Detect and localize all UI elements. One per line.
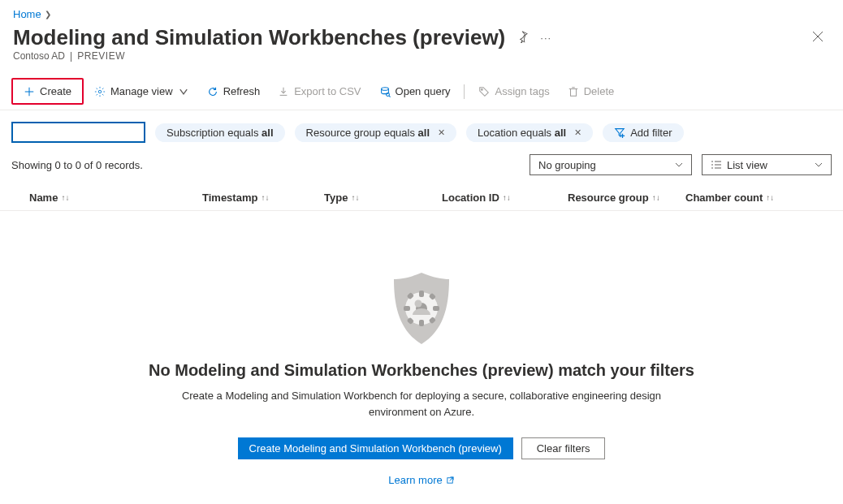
toolbar-divider	[464, 84, 465, 99]
filter-rg-value: all	[418, 127, 430, 139]
svg-rect-26	[419, 320, 424, 326]
controls-row: Showing 0 to 0 of 0 records. No grouping…	[0, 151, 843, 185]
filter-location[interactable]: Location equals all ✕	[466, 123, 593, 142]
manage-view-button[interactable]: Manage view	[87, 81, 197, 101]
delete-button: Delete	[560, 81, 622, 101]
breadcrumb: Home ❯	[0, 0, 843, 24]
col-name[interactable]: Name↑↓	[11, 192, 202, 204]
close-icon[interactable]: ✕	[574, 127, 581, 138]
assign-tags-button: Assign tags	[471, 81, 556, 101]
sort-icon: ↑↓	[766, 193, 774, 202]
subheader: Contoso AD | PREVIEW	[0, 50, 843, 73]
grouping-value: No grouping	[538, 159, 596, 171]
sort-icon: ↑↓	[652, 193, 660, 202]
view-value: List view	[727, 159, 767, 171]
chevron-right-icon: ❯	[45, 10, 51, 19]
preview-badge: PREVIEW	[77, 50, 125, 62]
sort-icon: ↑↓	[503, 193, 511, 202]
empty-title: No Modeling and Simulation Workbenches (…	[0, 361, 843, 380]
empty-state: No Modeling and Simulation Workbenches (…	[0, 211, 843, 486]
refresh-button[interactable]: Refresh	[200, 81, 268, 101]
view-select[interactable]: List view	[702, 154, 832, 175]
search-input[interactable]	[11, 122, 145, 143]
grouping-select[interactable]: No grouping	[530, 154, 692, 175]
learn-more-label: Learn more	[388, 474, 442, 486]
toolbar: Create Manage view Refresh Export to CSV…	[0, 73, 843, 110]
svg-rect-27	[404, 306, 410, 311]
sort-icon: ↑↓	[351, 193, 359, 202]
filter-resource-group[interactable]: Resource group equals all ✕	[295, 123, 457, 142]
empty-description: Create a Modeling and Simulation Workben…	[153, 388, 690, 420]
learn-more-link[interactable]: Learn more	[388, 474, 454, 486]
filters-row: Subscription equals all Resource group e…	[0, 110, 843, 151]
filter-sub-value: all	[262, 127, 273, 139]
svg-point-10	[482, 88, 483, 90]
manage-view-label: Manage view	[110, 85, 173, 97]
col-resource-group[interactable]: Resource group↑↓	[568, 192, 685, 204]
records-count: Showing 0 to 0 of 0 records.	[11, 159, 143, 171]
open-query-button[interactable]: Open query	[372, 81, 458, 101]
delete-label: Delete	[584, 85, 615, 97]
export-csv-button: Export to CSV	[270, 81, 368, 101]
col-location[interactable]: Location ID↑↓	[442, 192, 568, 204]
svg-rect-28	[433, 306, 439, 311]
org-name: Contoso AD	[13, 50, 65, 62]
sort-icon: ↑↓	[61, 193, 69, 202]
svg-point-33	[415, 300, 422, 308]
shield-gear-icon	[386, 268, 457, 351]
page-title: Modeling and Simulation Workbenches (pre…	[13, 25, 505, 50]
svg-point-7	[381, 87, 388, 90]
create-button-highlight: Create	[11, 78, 84, 105]
assign-tags-label: Assign tags	[495, 85, 549, 97]
svg-point-4	[98, 90, 102, 93]
create-workbench-button[interactable]: Create Modeling and Simulation Workbench…	[238, 437, 513, 459]
filter-rg-prefix: Resource group equals	[306, 127, 418, 139]
svg-line-9	[389, 95, 391, 97]
close-icon[interactable]: ✕	[438, 127, 445, 138]
breadcrumb-home[interactable]: Home	[13, 8, 41, 20]
filter-loc-prefix: Location equals	[478, 127, 555, 139]
svg-rect-25	[419, 291, 424, 297]
filter-sub-prefix: Subscription equals	[166, 127, 262, 139]
table-header: Name↑↓ Timestamp↑↓ Type↑↓ Location ID↑↓ …	[0, 185, 843, 211]
close-icon[interactable]	[806, 26, 830, 50]
col-timestamp[interactable]: Timestamp↑↓	[202, 192, 324, 204]
col-chamber-count[interactable]: Chamber count↑↓	[685, 192, 832, 204]
filter-loc-value: all	[555, 127, 566, 139]
create-label: Create	[40, 85, 71, 97]
clear-filters-button[interactable]: Clear filters	[521, 437, 606, 459]
refresh-label: Refresh	[223, 85, 261, 97]
more-icon[interactable]: ···	[540, 32, 551, 44]
export-csv-label: Export to CSV	[294, 85, 361, 97]
pin-icon[interactable]	[517, 31, 529, 45]
col-type[interactable]: Type↑↓	[324, 192, 442, 204]
filter-subscription[interactable]: Subscription equals all	[155, 123, 285, 142]
svg-rect-11	[570, 88, 576, 96]
add-filter-button[interactable]: Add filter	[603, 123, 683, 142]
open-query-label: Open query	[396, 85, 451, 97]
add-filter-label: Add filter	[630, 127, 672, 139]
create-button[interactable]: Create	[15, 82, 80, 101]
sort-icon: ↑↓	[261, 193, 269, 202]
